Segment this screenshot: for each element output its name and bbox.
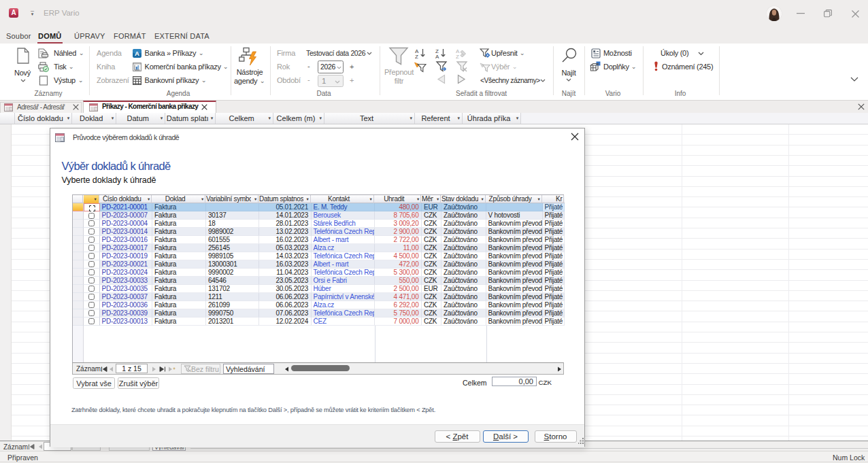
svg-text:Z: Z xyxy=(456,54,459,59)
svg-text:A: A xyxy=(135,50,139,57)
svg-text:Z: Z xyxy=(415,54,418,59)
svg-text:A: A xyxy=(435,54,439,59)
